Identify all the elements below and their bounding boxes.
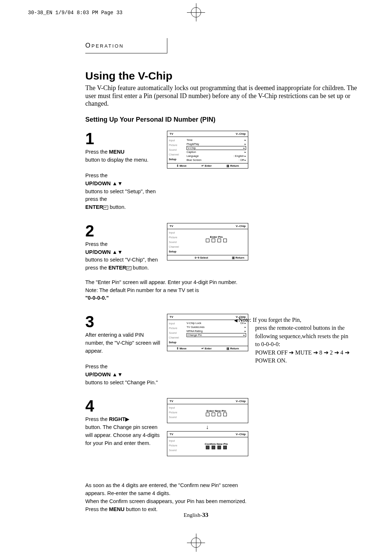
osd-left-nav: Input Picture Sound Channel Setup <box>167 137 185 163</box>
step-text: Press the MENU button to display the men… <box>85 148 162 211</box>
osd-subtitle: V–Chip <box>236 132 246 135</box>
text: The "Enter Pin" screen will appear. Ente… <box>85 279 237 293</box>
footer-return: Return <box>236 256 244 259</box>
pin-boxes-filled <box>185 446 248 450</box>
nav-item: Channel <box>167 152 185 157</box>
step-4: 4 Press the RIGHT▶ button. The Change pi… <box>85 398 368 513</box>
page-title: Using the V-Chip <box>85 70 368 82</box>
osd-title: TV <box>170 433 173 436</box>
osd-subtitle: V–Chip <box>236 433 246 436</box>
text-bold: UP/DOWN <box>85 249 111 255</box>
menu-row-selected: V-Chip <box>188 146 196 150</box>
step-post-text: As soon as the 4 digits are entered, the… <box>85 482 249 513</box>
text-bold: MENU <box>109 506 124 512</box>
note-sequence: POWER OFF ➔ MUTE ➔ 8 ➔ 2 ➔ 4 ➔ POWER ON. <box>255 349 350 364</box>
menu-row: Language <box>187 154 199 158</box>
text: Press the <box>85 364 107 369</box>
menu-row: Time <box>187 138 192 142</box>
pin-boxes <box>185 413 248 417</box>
osd-title: TV <box>170 132 173 135</box>
osd-confirm-new-pin: TVV–Chip Input Picture Sound Confirm New… <box>167 431 248 456</box>
enter-icon: ↵ <box>103 206 108 210</box>
text: When the Confirm screen disappears, your… <box>85 498 246 504</box>
text: buttons to select "Setup", then press th… <box>85 189 156 202</box>
osd-left-nav: Input Picture Sound <box>167 437 185 456</box>
nav-item: Sound <box>167 415 185 420</box>
step-text: After entering a valid PIN number, the "… <box>85 331 162 386</box>
nav-item: Sound <box>167 448 185 453</box>
text: button. The Change pin screen will appea… <box>85 424 160 446</box>
nav-item: Picture <box>167 410 185 415</box>
text-bold: UP/DOWN <box>85 372 111 377</box>
menu-row: Plug&Play <box>187 142 199 146</box>
nav-item: Channel <box>167 244 185 249</box>
subheading: Setting Up Your Personal ID Number (PIN) <box>85 116 368 123</box>
osd-subtitle: V–Chip <box>236 224 246 228</box>
footer-return: Return <box>230 164 239 167</box>
nav-item: Picture <box>167 143 185 147</box>
footer-enter: Enter <box>205 164 212 167</box>
pin-boxes <box>187 239 246 243</box>
section-tab: Operation <box>85 38 167 53</box>
text-bold: ENTER <box>85 204 103 210</box>
nav-item: Sound <box>167 331 185 335</box>
enter-new-pin-label: Enter New Pin <box>185 409 248 413</box>
osd-title: TV <box>170 400 173 403</box>
osd-left-nav: Input Picture Sound Channel Setup <box>167 229 185 255</box>
step-post-text: The "Enter Pin" screen will appear. Ente… <box>85 279 249 302</box>
text-bold: UP/DOWN <box>85 181 111 186</box>
osd-subtitle: V–Chip <box>236 400 246 403</box>
page-meta: 30-38_EN 1/9/04 8:03 PM Page 33 <box>28 10 122 16</box>
nav-item: Input <box>167 230 185 235</box>
page-num: 33 <box>202 511 208 518</box>
nav-item: Sound <box>167 147 185 152</box>
nav-item: Input <box>167 321 185 326</box>
osd-right-panel: Enter New Pin <box>185 404 248 423</box>
step-text: Press the UP/DOWN ▲▼ buttons to select "… <box>85 240 162 272</box>
text: Press the <box>85 506 109 512</box>
text: button. <box>108 204 126 210</box>
nav-item: Input <box>167 405 185 410</box>
page-number: English-33 <box>184 511 208 519</box>
text-bold: MENU <box>109 149 124 155</box>
down-arrow-icon: ↓ <box>167 423 248 431</box>
page-content: Operation Using the V-Chip The V-Chip fe… <box>85 38 368 525</box>
enter-pin-label: Enter Pin <box>187 235 246 239</box>
step-text: Press the RIGHT▶ button. The Change pin … <box>85 416 162 447</box>
nav-item-active: Setup <box>167 249 185 254</box>
step-1: 1 Press the MENU button to display the m… <box>85 131 368 211</box>
text: Press the <box>85 173 107 178</box>
osd-left-nav: Input Picture Sound <box>167 404 185 423</box>
nav-item-active: Setup <box>167 157 185 162</box>
text: Press the <box>85 149 109 155</box>
nav-item: Channel <box>167 335 185 340</box>
osd-enter-new-pin: TVV–Chip Input Picture Sound Enter New P… <box>167 398 248 423</box>
footer-move: Move <box>180 347 187 350</box>
note-lead: Note: If you forget the Pin, <box>234 317 301 323</box>
text-bold: "0-0-0-0." <box>85 295 109 301</box>
menu-row: TV GuideLines <box>187 325 205 329</box>
menu-row-selected: Change Pin <box>188 333 202 337</box>
footer-enter: Enter <box>205 347 212 350</box>
menu-val: : English <box>233 154 244 158</box>
confirm-new-pin-label: Confirm New Pin <box>185 442 248 446</box>
step-2: 2 Press the UP/DOWN ▲▼ buttons to select… <box>85 223 368 302</box>
osd-right-panel: Enter Pin <box>185 229 248 255</box>
osd-left-nav: Input Picture Sound Channel Setup <box>167 320 185 346</box>
menu-row: Blue Screen <box>187 158 201 162</box>
menu-row: Caption <box>187 150 196 154</box>
menu-row: V-Chip Lock <box>187 321 201 325</box>
text: Press the <box>85 241 107 247</box>
crop-mark-bottom <box>191 538 201 548</box>
text-bold: RIGHT <box>109 416 125 422</box>
nav-item: Input <box>167 138 185 143</box>
text: button to exit. <box>124 506 158 512</box>
menu-row: MPAA Rating <box>187 329 203 333</box>
nav-item-active: Setup <box>167 340 185 345</box>
osd-enter-pin: TVV–Chip Input Picture Sound Channel Set… <box>167 223 248 260</box>
osd-setup-menu: TVV–Chip Input Picture Sound Channel Set… <box>167 131 248 169</box>
nav-item: Picture <box>167 326 185 331</box>
nav-item: Sound <box>167 240 185 244</box>
text: buttons to select "Change Pin." <box>85 380 158 385</box>
menu-val: : Off <box>239 158 244 162</box>
